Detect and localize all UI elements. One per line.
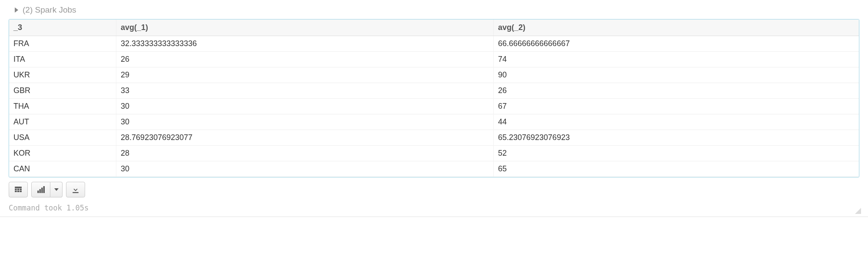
table-cell: 29 — [116, 67, 494, 83]
caret-down-icon — [54, 188, 59, 191]
spark-jobs-label: (2) Spark Jobs — [23, 5, 76, 15]
column-header[interactable]: _3 — [9, 20, 116, 36]
svg-rect-3 — [43, 186, 45, 193]
table-icon — [14, 186, 22, 194]
table-cell: KOR — [9, 146, 116, 161]
table-cell: 28.76923076923077 — [116, 130, 494, 146]
table-cell: 30 — [116, 114, 494, 130]
table-cell: 65.23076923076923 — [493, 130, 859, 146]
table-cell: GBR — [9, 83, 116, 99]
table-header-row: _3 avg(_1) avg(_2) — [9, 20, 859, 36]
table-cell: 30 — [116, 161, 494, 177]
table-row: CAN 30 65 — [9, 161, 859, 177]
display-toolbar — [9, 182, 859, 197]
table-cell: ITA — [9, 52, 116, 67]
table-cell: 52 — [493, 146, 859, 161]
table-row: FRA 32.333333333333336 66.66666666666667 — [9, 36, 859, 52]
table-cell: 44 — [493, 114, 859, 130]
table-row: THA 30 67 — [9, 99, 859, 114]
table-cell: FRA — [9, 36, 116, 52]
chart-view-button[interactable] — [31, 182, 50, 197]
table-cell: 90 — [493, 67, 859, 83]
column-header[interactable]: avg(_2) — [493, 20, 859, 36]
table-cell: 67 — [493, 99, 859, 114]
table-cell: 28 — [116, 146, 494, 161]
status-row: Command took 1.05s — [9, 204, 859, 212]
table-row: UKR 29 90 — [9, 67, 859, 83]
table-cell: UKR — [9, 67, 116, 83]
table-row: AUT 30 44 — [9, 114, 859, 130]
svg-rect-2 — [41, 188, 43, 193]
spark-jobs-toggle[interactable]: (2) Spark Jobs — [9, 5, 859, 15]
table-row: USA 28.76923076923077 65.23076923076923 — [9, 130, 859, 146]
download-icon — [72, 186, 79, 194]
caret-right-icon — [15, 7, 18, 13]
table-cell: 66.66666666666667 — [493, 36, 859, 52]
table-cell: 30 — [116, 99, 494, 114]
bar-chart-icon — [37, 186, 45, 194]
results-table: _3 avg(_1) avg(_2) FRA 32.33333333333333… — [9, 20, 859, 177]
table-cell: 26 — [493, 83, 859, 99]
download-button[interactable] — [66, 182, 85, 197]
table-row: ITA 26 74 — [9, 52, 859, 67]
column-header[interactable]: avg(_1) — [116, 20, 494, 36]
table-cell: AUT — [9, 114, 116, 130]
results-table-frame: _3 avg(_1) avg(_2) FRA 32.33333333333333… — [9, 19, 859, 177]
resize-handle[interactable] — [855, 208, 861, 214]
table-cell: THA — [9, 99, 116, 114]
table-row: KOR 28 52 — [9, 146, 859, 161]
chart-options-dropdown[interactable] — [50, 182, 63, 197]
table-cell: 26 — [116, 52, 494, 67]
table-cell: 32.333333333333336 — [116, 36, 494, 52]
table-cell: 33 — [116, 83, 494, 99]
table-cell: CAN — [9, 161, 116, 177]
svg-rect-0 — [37, 190, 39, 193]
table-cell: USA — [9, 130, 116, 146]
svg-rect-1 — [40, 189, 41, 193]
command-status: Command took 1.05s — [9, 204, 89, 212]
table-row: GBR 33 26 — [9, 83, 859, 99]
output-cell: (2) Spark Jobs _3 avg(_1) avg(_2) FRA 32… — [0, 5, 868, 217]
table-cell: 65 — [493, 161, 859, 177]
chart-button-group — [31, 182, 63, 197]
table-view-button[interactable] — [9, 182, 28, 197]
table-cell: 74 — [493, 52, 859, 67]
